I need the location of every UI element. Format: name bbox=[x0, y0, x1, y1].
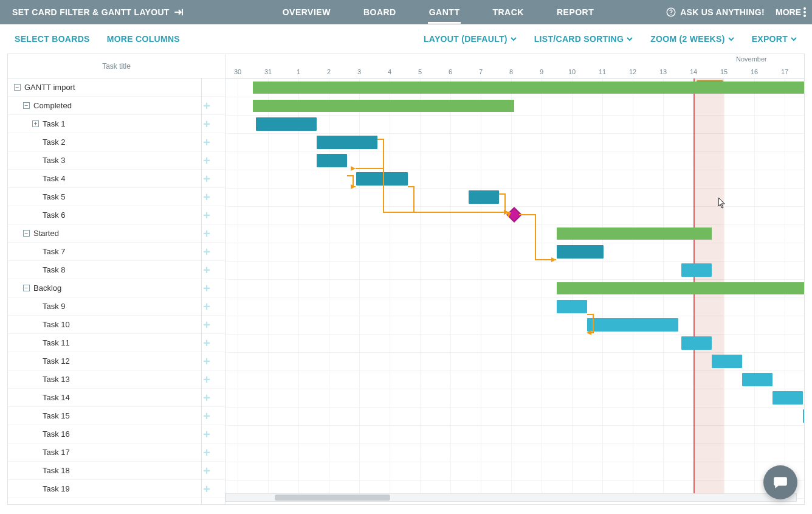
gantt-task-bar[interactable] bbox=[681, 263, 712, 277]
add-task-icon[interactable]: + bbox=[203, 246, 210, 258]
gantt-task-bar[interactable] bbox=[317, 136, 377, 149]
gantt-milestone[interactable] bbox=[506, 207, 521, 222]
collapse-icon[interactable]: − bbox=[23, 285, 30, 291]
task-row[interactable]: Task 10+ bbox=[8, 316, 225, 334]
gantt-task-bar[interactable] bbox=[803, 409, 804, 423]
task-row[interactable]: Task 12+ bbox=[8, 352, 225, 370]
task-row[interactable]: −Backlog+ bbox=[8, 279, 225, 297]
add-task-icon[interactable]: + bbox=[203, 428, 210, 440]
add-task-icon[interactable]: + bbox=[203, 410, 210, 422]
gantt-task-bar[interactable] bbox=[587, 318, 678, 332]
nav-track[interactable]: TRACK bbox=[491, 1, 525, 24]
task-row[interactable]: Task 4+ bbox=[8, 170, 225, 188]
task-row[interactable]: Task 19+ bbox=[8, 480, 225, 498]
task-row[interactable]: Task 2+ bbox=[8, 133, 225, 151]
add-task-icon[interactable]: + bbox=[203, 392, 210, 404]
add-task-icon[interactable]: + bbox=[203, 173, 210, 185]
gantt-toolbar: SELECT BOARDS MORE COLUMNS LAYOUT (DEFAU… bbox=[0, 24, 812, 54]
gantt-container: Task title −GANTT import−Completed++Task… bbox=[7, 54, 805, 505]
add-task-icon[interactable]: + bbox=[203, 337, 210, 349]
nav-gantt[interactable]: GANTT bbox=[428, 1, 461, 24]
more-columns-button[interactable]: MORE COLUMNS bbox=[107, 34, 180, 44]
task-label: Task 8 bbox=[43, 265, 66, 274]
ask-us-anything-button[interactable]: ASK US ANYTHING! bbox=[666, 7, 765, 18]
add-task-icon[interactable]: + bbox=[203, 483, 210, 495]
add-task-icon[interactable]: + bbox=[203, 118, 210, 130]
add-task-icon[interactable]: + bbox=[203, 136, 210, 148]
gantt-group-bar[interactable] bbox=[253, 100, 514, 112]
task-row[interactable]: +Task 1+ bbox=[8, 115, 225, 133]
export-dropdown[interactable]: EXPORT bbox=[752, 34, 797, 44]
gantt-group-bar[interactable] bbox=[253, 82, 804, 94]
gantt-task-bar[interactable] bbox=[356, 172, 408, 186]
gantt-task-bar[interactable] bbox=[712, 355, 742, 368]
task-row[interactable]: Task 5+ bbox=[8, 188, 225, 206]
layout-dropdown[interactable]: LAYOUT (DEFAULT) bbox=[424, 34, 517, 44]
add-task-icon[interactable]: + bbox=[203, 355, 210, 367]
task-row[interactable]: Task 13+ bbox=[8, 370, 225, 389]
zoom-dropdown[interactable]: ZOOM (2 WEEKS) bbox=[650, 34, 734, 44]
horizontal-scrollbar[interactable] bbox=[225, 493, 797, 502]
timeline-pane[interactable]: November30311234567891011121314151617 To… bbox=[225, 54, 804, 504]
scrollbar-thumb[interactable] bbox=[275, 495, 390, 501]
day-label: 30 bbox=[225, 68, 253, 75]
task-row[interactable]: Task 18+ bbox=[8, 462, 225, 480]
task-row[interactable]: −Completed+ bbox=[8, 97, 225, 115]
collapse-icon[interactable]: − bbox=[14, 84, 21, 91]
sorting-dropdown[interactable]: LIST/CARD SORTING bbox=[534, 34, 633, 44]
task-row[interactable]: Task 8+ bbox=[8, 261, 225, 279]
task-label: Task 19 bbox=[43, 484, 70, 493]
gantt-task-bar[interactable] bbox=[469, 190, 499, 204]
task-row[interactable]: Task 14+ bbox=[8, 389, 225, 407]
task-label: Task 7 bbox=[43, 247, 66, 256]
add-task-icon[interactable]: + bbox=[203, 100, 210, 112]
nav-report[interactable]: REPORT bbox=[556, 1, 595, 24]
task-row[interactable]: Task 17+ bbox=[8, 443, 225, 462]
more-menu-button[interactable]: MORE bbox=[776, 7, 806, 17]
gantt-task-bar[interactable] bbox=[317, 154, 347, 167]
gantt-task-bar[interactable] bbox=[681, 336, 712, 350]
task-row[interactable]: −GANTT import bbox=[8, 78, 225, 97]
add-task-icon[interactable]: + bbox=[203, 282, 210, 294]
collapse-icon[interactable]: − bbox=[23, 102, 30, 109]
nav-overview[interactable]: OVERVIEW bbox=[281, 1, 332, 24]
gantt-task-bar[interactable] bbox=[256, 117, 317, 131]
collapse-icon[interactable]: − bbox=[23, 230, 30, 237]
day-label: 11 bbox=[587, 68, 618, 75]
add-task-icon[interactable]: + bbox=[203, 191, 210, 203]
add-task-icon[interactable]: + bbox=[203, 209, 210, 221]
task-row[interactable]: Task 15+ bbox=[8, 407, 225, 425]
add-task-icon[interactable]: + bbox=[203, 465, 210, 477]
task-row[interactable]: Task 11+ bbox=[8, 334, 225, 352]
nav-board[interactable]: BOARD bbox=[362, 1, 397, 24]
gantt-task-bar[interactable] bbox=[772, 391, 803, 405]
task-row[interactable]: Task 7+ bbox=[8, 243, 225, 261]
add-task-icon[interactable]: + bbox=[203, 264, 210, 276]
add-task-icon[interactable]: + bbox=[203, 155, 210, 167]
task-tree-pane: Task title −GANTT import−Completed++Task… bbox=[8, 54, 225, 504]
task-label: Completed bbox=[33, 101, 72, 110]
gantt-task-bar[interactable] bbox=[557, 245, 604, 259]
add-task-icon[interactable]: + bbox=[203, 319, 210, 331]
task-row[interactable]: −Started+ bbox=[8, 224, 225, 243]
gantt-task-bar[interactable] bbox=[557, 300, 587, 313]
add-task-icon[interactable]: + bbox=[203, 446, 210, 459]
add-task-icon[interactable]: + bbox=[203, 373, 210, 386]
gantt-group-bar[interactable] bbox=[557, 282, 804, 294]
gantt-task-bar[interactable] bbox=[742, 373, 772, 386]
task-row[interactable]: Task 16+ bbox=[8, 425, 225, 443]
task-label: Started bbox=[33, 229, 59, 238]
set-filter-button[interactable]: SET CARD FILTER & GANTT LAYOUT bbox=[12, 7, 184, 18]
select-boards-button[interactable]: SELECT BOARDS bbox=[15, 34, 90, 44]
task-row[interactable]: Task 3+ bbox=[8, 151, 225, 170]
task-label: GANTT import bbox=[24, 83, 75, 92]
task-label: Task 1 bbox=[43, 119, 66, 128]
task-row[interactable]: Task 9+ bbox=[8, 297, 225, 316]
chat-fab[interactable] bbox=[763, 465, 797, 499]
add-task-icon[interactable]: + bbox=[203, 227, 210, 240]
gantt-group-bar[interactable] bbox=[557, 227, 712, 240]
add-task-icon[interactable]: + bbox=[203, 300, 210, 313]
expand-icon[interactable]: + bbox=[32, 120, 39, 127]
day-label: 7 bbox=[466, 68, 496, 75]
task-row[interactable]: Task 6+ bbox=[8, 206, 225, 224]
